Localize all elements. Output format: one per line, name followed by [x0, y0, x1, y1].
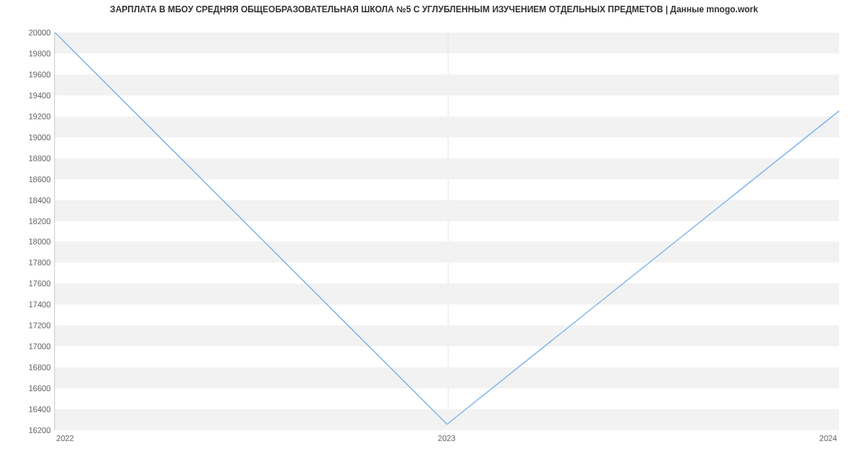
y-tick-label: 18400	[7, 196, 51, 205]
series-layer	[55, 33, 839, 430]
chart-container: ЗАРПЛАТА В МБОУ СРЕДНЯЯ ОБЩЕОБРАЗОВАТЕЛЬ…	[0, 0, 868, 470]
y-tick-label: 19000	[7, 133, 51, 142]
y-tick-label: 17800	[7, 258, 51, 267]
y-tick-label: 17000	[7, 342, 51, 351]
chart-title: ЗАРПЛАТА В МБОУ СРЕДНЯЯ ОБЩЕОБРАЗОВАТЕЛЬ…	[0, 4, 868, 14]
x-tick-label: 2024	[820, 434, 837, 443]
y-tick-label: 16200	[7, 426, 51, 435]
y-tick-label: 16800	[7, 363, 51, 372]
x-tick-label: 2022	[56, 434, 74, 443]
y-tick-label: 20000	[7, 28, 51, 37]
y-tick-label: 18000	[7, 237, 51, 246]
y-tick-label: 16600	[7, 384, 51, 393]
y-tick-label: 18800	[7, 154, 51, 163]
series-line	[55, 33, 839, 424]
x-tick-label: 2023	[438, 434, 455, 443]
y-tick-label: 19800	[7, 49, 51, 58]
y-tick-label: 17400	[7, 300, 51, 309]
y-tick-label: 19400	[7, 91, 51, 100]
plot-area	[54, 33, 839, 430]
y-tick-label: 17200	[7, 321, 51, 330]
y-tick-label: 19200	[7, 112, 51, 121]
y-tick-label: 16400	[7, 405, 51, 414]
y-tick-label: 17600	[7, 279, 51, 288]
y-tick-label: 18200	[7, 217, 51, 226]
y-tick-label: 18600	[7, 175, 51, 184]
y-tick-label: 19600	[7, 70, 51, 79]
